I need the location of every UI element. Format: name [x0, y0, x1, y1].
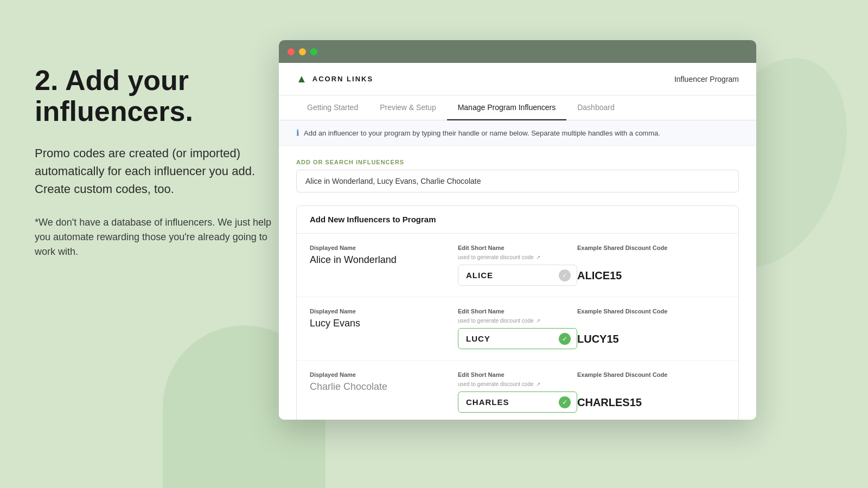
info-icon: ℹ — [296, 128, 299, 138]
maximize-button[interactable] — [310, 48, 317, 55]
program-label: Influencer Program — [674, 75, 739, 84]
tab-preview-setup[interactable]: Preview & Setup — [369, 95, 447, 120]
brand: ▲ ACORN LINKS — [296, 73, 373, 85]
field-sublabel-2: used to generate discount code ↗ — [458, 318, 577, 324]
short-name-col-1: Edit Short Name used to generate discoun… — [458, 245, 577, 286]
add-panel-header: Add New Influencers to Program — [297, 206, 738, 234]
discount-col-3: Example Shared Discount Code CHARLES15 — [577, 371, 725, 409]
add-new-influencers-panel: Add New Influencers to Program Displayed… — [296, 206, 739, 420]
field-label-discount-1: Example Shared Discount Code — [577, 245, 725, 251]
field-label-short-3: Edit Short Name — [458, 371, 577, 378]
influencer-row: Displayed Name Lucy Evans Edit Short Nam… — [297, 297, 738, 361]
displayed-name-col-1: Displayed Name Alice in Wonderland — [310, 245, 458, 266]
field-label-discount-3: Example Shared Discount Code — [577, 371, 725, 378]
check-icon-1: ✓ — [559, 269, 571, 281]
discount-col-1: Example Shared Discount Code ALICE15 — [577, 245, 725, 282]
discount-code-3: CHARLES15 — [577, 381, 725, 409]
displayed-name-col-2: Displayed Name Lucy Evans — [310, 308, 458, 329]
influencer-name-1: Alice in Wonderland — [310, 254, 458, 266]
discount-code-1: ALICE15 — [577, 254, 725, 282]
short-name-input-wrap-3: ✓ — [458, 391, 577, 413]
title-bar — [279, 40, 756, 63]
app-header: ▲ ACORN LINKS Influencer Program — [279, 63, 756, 95]
field-label-discount-2: Example Shared Discount Code — [577, 308, 725, 314]
field-label-displayed-3: Displayed Name — [310, 371, 458, 378]
app-content: ▲ ACORN LINKS Influencer Program Getting… — [279, 63, 756, 420]
short-name-col-3: Edit Short Name used to generate discoun… — [458, 371, 577, 413]
tab-getting-started[interactable]: Getting Started — [296, 95, 369, 120]
short-name-input-wrap-2: ✓ — [458, 328, 577, 349]
left-description: Promo codes are created (or imported) au… — [35, 144, 273, 198]
check-icon-3: ✓ — [559, 396, 571, 408]
tab-dashboard[interactable]: Dashboard — [566, 95, 626, 120]
brand-name: ACORN LINKS — [312, 75, 373, 83]
search-label: ADD OR SEARCH INFLUENCERS — [296, 159, 739, 165]
browser-window: ▲ ACORN LINKS Influencer Program Getting… — [279, 40, 756, 420]
field-label-short-2: Edit Short Name — [458, 308, 577, 314]
left-panel: 2. Add your influencers. Promo codes are… — [35, 65, 273, 259]
arrow-icon-1: ↗ — [536, 254, 540, 260]
field-sublabel-3: used to generate discount code ↗ — [458, 381, 577, 387]
displayed-name-col-3: Displayed Name Charlie Chocolate — [310, 371, 458, 393]
nav-tabs: Getting Started Preview & Setup Manage P… — [279, 95, 756, 120]
add-panel-title: Add New Influencers to Program — [310, 215, 436, 224]
tab-manage-influencers[interactable]: Manage Program Influencers — [447, 95, 567, 120]
field-label-displayed-1: Displayed Name — [310, 245, 458, 251]
arrow-icon-2: ↗ — [536, 318, 540, 324]
influencer-name-2: Lucy Evans — [310, 318, 458, 329]
field-label-short-1: Edit Short Name — [458, 245, 577, 251]
left-footnote: *We don't have a database of influencers… — [35, 215, 273, 259]
influencer-name-3: Charlie Chocolate — [310, 381, 458, 393]
info-bar: ℹ Add an influencer to your program by t… — [279, 120, 756, 146]
check-icon-2: ✓ — [559, 333, 571, 345]
field-sublabel-1: used to generate discount code ↗ — [458, 254, 577, 260]
influencer-row: Displayed Name Charlie Chocolate Edit Sh… — [297, 361, 738, 420]
influencer-row: Displayed Name Alice in Wonderland Edit … — [297, 234, 738, 297]
field-label-displayed-2: Displayed Name — [310, 308, 458, 314]
short-name-col-2: Edit Short Name used to generate discoun… — [458, 308, 577, 349]
info-text: Add an influencer to your program by typ… — [304, 129, 660, 137]
discount-col-2: Example Shared Discount Code LUCY15 — [577, 308, 725, 345]
search-input[interactable] — [296, 170, 739, 192]
arrow-icon-3: ↗ — [536, 381, 540, 387]
left-heading: 2. Add your influencers. — [35, 65, 273, 127]
main-content: ADD OR SEARCH INFLUENCERS Add New Influe… — [279, 146, 756, 420]
discount-code-2: LUCY15 — [577, 318, 725, 345]
short-name-input-wrap-1: ✓ — [458, 265, 577, 286]
close-button[interactable] — [288, 48, 295, 55]
minimize-button[interactable] — [299, 48, 306, 55]
brand-icon: ▲ — [296, 73, 307, 85]
